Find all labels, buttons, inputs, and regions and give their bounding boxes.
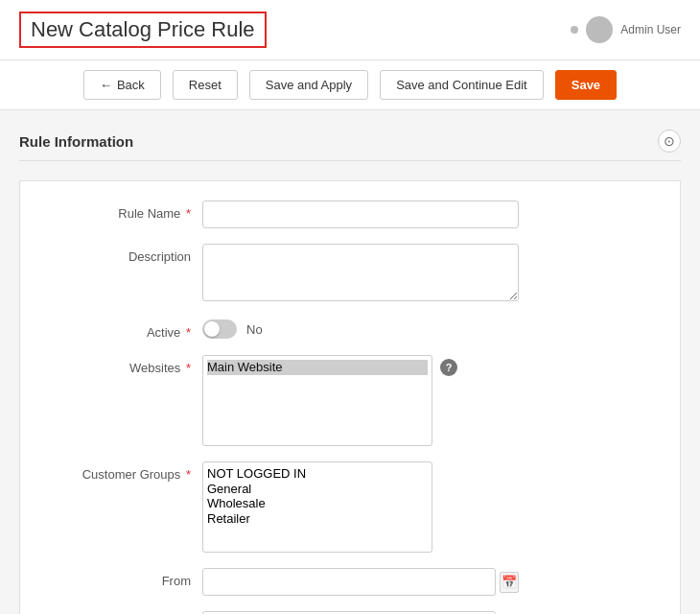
from-date-input[interactable]: [202, 568, 496, 596]
section-title: Rule Information: [19, 133, 133, 150]
user-name: Admin User: [620, 23, 681, 36]
save-and-apply-button[interactable]: Save and Apply: [249, 70, 368, 100]
toggle-icon: ⊙: [664, 133, 675, 149]
active-toggle[interactable]: [202, 319, 237, 339]
section-header: Rule Information ⊙: [19, 130, 681, 161]
description-label: Description: [49, 244, 202, 264]
rule-name-row: Rule Name *: [49, 201, 651, 228]
page-header: New Catalog Price Rule Admin User: [0, 0, 700, 60]
customer-groups-select[interactable]: NOT LOGGED IN General Wholesale Retailer: [202, 461, 432, 553]
required-star: *: [186, 206, 191, 221]
avatar: [586, 16, 613, 43]
reset-label: Reset: [189, 78, 222, 92]
websites-option-main: Main Website: [207, 360, 428, 375]
toggle-thumb: [204, 321, 220, 337]
websites-label: Websites *: [49, 355, 202, 375]
active-required-star: *: [186, 325, 191, 340]
toggle-no-label: No: [246, 322, 263, 337]
toggle-row: No: [202, 319, 519, 339]
websites-select[interactable]: Main Website: [202, 355, 432, 446]
save-and-continue-button[interactable]: Save and Continue Edit: [380, 70, 544, 100]
cg-option-not-logged-in: NOT LOGGED IN: [207, 466, 428, 482]
active-toggle-wrap: No: [202, 319, 519, 339]
description-input[interactable]: [202, 244, 519, 301]
toggle-track: [202, 319, 237, 339]
cg-option-wholesale: Wholesale: [207, 496, 428, 511]
from-row: From 📅: [49, 568, 651, 596]
from-input-wrap: 📅: [202, 568, 519, 596]
active-row: Active * No: [49, 319, 651, 340]
header-right: Admin User: [571, 16, 681, 43]
customer-groups-input-wrap: NOT LOGGED IN General Wholesale Retailer: [202, 461, 519, 553]
back-arrow-icon: ←: [100, 78, 112, 92]
from-label: From: [49, 568, 202, 588]
websites-row: Websites * Main Website ?: [49, 355, 651, 446]
toolbar: ← Back Reset Save and Apply Save and Con…: [0, 60, 700, 110]
websites-input-wrap: Main Website ?: [202, 355, 519, 446]
rule-name-input-wrap: [202, 201, 519, 228]
cg-option-general: General: [207, 482, 428, 497]
save-and-continue-label: Save and Continue Edit: [396, 78, 527, 92]
websites-required-star: *: [186, 361, 191, 375]
form-container: Rule Name * Description Active *: [19, 180, 681, 614]
back-label: Back: [117, 78, 145, 92]
rule-name-input[interactable]: [202, 201, 519, 228]
section-toggle-button[interactable]: ⊙: [658, 130, 681, 153]
from-calendar-icon[interactable]: 📅: [500, 572, 519, 593]
description-row: Description: [49, 244, 651, 304]
websites-select-row: Main Website ?: [202, 355, 519, 446]
save-and-apply-label: Save and Apply: [266, 78, 352, 92]
rule-name-label: Rule Name *: [49, 201, 202, 221]
cg-required-star: *: [186, 467, 191, 482]
save-label: Save: [572, 78, 600, 92]
nav-dot-1: [571, 26, 578, 34]
websites-help-icon[interactable]: ?: [440, 359, 457, 376]
reset-button[interactable]: Reset: [173, 70, 238, 100]
description-input-wrap: [202, 244, 519, 304]
page-title: New Catalog Price Rule: [19, 12, 267, 48]
save-button[interactable]: Save: [555, 70, 617, 100]
back-button[interactable]: ← Back: [83, 70, 161, 100]
customer-groups-row: Customer Groups * NOT LOGGED IN General …: [49, 461, 651, 553]
content-area: Rule Information ⊙ Rule Name * Descripti…: [0, 110, 700, 614]
cg-option-retailer: Retailer: [207, 511, 428, 527]
from-date-wrap: 📅: [202, 568, 519, 596]
active-label: Active *: [49, 319, 202, 340]
customer-groups-label: Customer Groups *: [49, 461, 202, 482]
